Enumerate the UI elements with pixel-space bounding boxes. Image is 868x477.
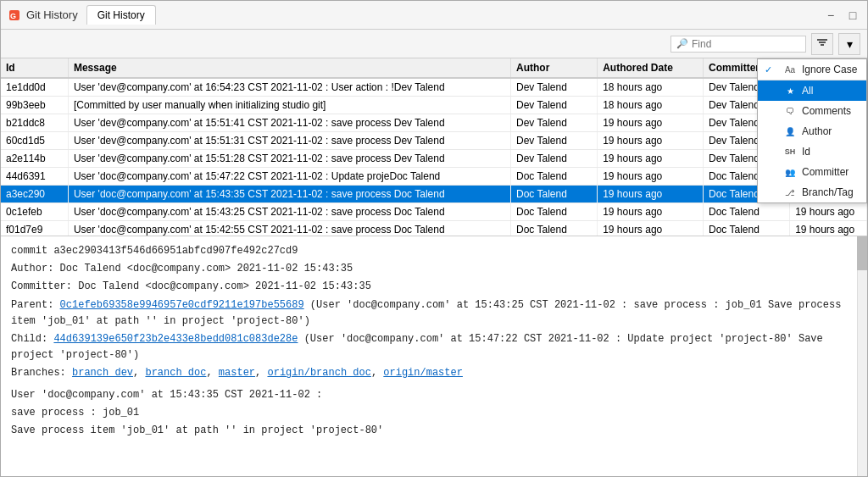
parent-line: Parent: 0c1efeb69358e9946957e0cdf9211e19… (11, 297, 857, 330)
cell-id: 99b3eeb (1, 97, 68, 114)
child-link[interactable]: 44d639139e650f23b2e433e8bedd081c083de28e (53, 333, 298, 345)
child-line: Child: 44d639139e650f23b2e433e8bedd081c0… (11, 331, 857, 363)
branch-link[interactable]: branch doc (145, 367, 206, 379)
cell-message: User 'doc@company.com' at 15:43:25 CST 2… (68, 203, 510, 221)
col-header-author: Author (511, 58, 598, 78)
ignore-case-label: Ignore Case (802, 64, 857, 75)
cell-author: Doc Talend (511, 221, 598, 236)
branch-link[interactable]: branch dev (72, 367, 133, 379)
titlebar-left: G Git History Git History (8, 5, 156, 25)
git-icon: G (8, 8, 21, 22)
main-window: G Git History Git History − □ 🔎 ▾ (0, 0, 868, 477)
detail-scrollbar[interactable] (857, 236, 867, 476)
titlebar-controls: − □ (823, 8, 860, 23)
cell-author: Doc Talend (511, 168, 598, 186)
cell-message: User 'dev@company.com' at 15:51:31 CST 2… (68, 132, 510, 150)
cell-id: 60cd1d5 (1, 132, 68, 150)
parent-link[interactable]: 0c1efeb69358e9946957e0cdf9211e197be55689 (60, 299, 304, 311)
cell-message: User 'doc@company.com' at 15:47:22 CST 2… (68, 168, 510, 186)
branches-links: branch dev, branch doc, master, origin/b… (72, 367, 463, 379)
all-icon: ★ (783, 84, 797, 97)
cell-committer: Doc Talend (704, 203, 790, 221)
branch-link[interactable]: origin/master (383, 367, 463, 379)
commits-table-wrapper[interactable]: Id Message Author Authored Date Committe… (1, 58, 867, 236)
cell-id: a2e114b (1, 150, 68, 168)
toolbar: 🔎 ▾ ✓ Aa Ignore Case ★ All (1, 30, 867, 58)
ignore-case-icon: Aa (783, 63, 797, 76)
col-header-id: Id (1, 58, 68, 78)
committer-line: Committer: Doc Talend <doc@company.com> … (11, 279, 857, 295)
author-line: Author: Doc Talend <doc@company.com> 202… (11, 261, 857, 277)
id-icon: SH (783, 145, 797, 158)
cell-message: User 'dev@company.com' at 16:54:23 CST 2… (68, 78, 510, 97)
comments-icon: 🗨 (783, 104, 797, 118)
commits-table: Id Message Author Authored Date Committe… (1, 58, 867, 236)
table-row[interactable]: f01d7e9User 'doc@company.com' at 15:42:5… (1, 221, 867, 236)
cell-authored-date: 19 hours ago (598, 186, 704, 203)
cell-authored-date: 19 hours ago (598, 168, 704, 186)
branch-link[interactable]: master (219, 367, 255, 379)
commits-table-section: Id Message Author Authored Date Committe… (1, 58, 867, 236)
cell-authored-date: 19 hours ago (598, 114, 704, 132)
cell-authored-date: 18 hours ago (598, 78, 704, 97)
author-label: Author (802, 125, 832, 137)
cell-author: Dev Talend (511, 78, 598, 97)
author-icon: 👤 (783, 125, 797, 138)
maximize-button[interactable]: □ (845, 8, 860, 23)
table-row[interactable]: b21ddc8User 'dev@company.com' at 15:51:4… (1, 114, 867, 132)
search-input[interactable] (692, 38, 793, 50)
table-row[interactable]: 60cd1d5User 'dev@company.com' at 15:51:3… (1, 132, 867, 150)
svg-rect-4 (821, 44, 824, 46)
search-icon: 🔎 (676, 38, 688, 49)
cell-author: Doc Talend (511, 203, 598, 221)
window-tab[interactable]: Git History (86, 5, 156, 25)
cell-authored-date: 19 hours ago (598, 221, 704, 236)
dropdown-item-author[interactable]: 👤 Author (758, 121, 866, 141)
cell-authored-date: 19 hours ago (598, 203, 704, 221)
svg-text:G: G (10, 12, 16, 20)
svg-rect-3 (819, 42, 826, 43)
table-row[interactable]: 0c1efebUser 'doc@company.com' at 15:43:2… (1, 203, 867, 221)
body-line-1: User 'doc@company.com' at 15:43:35 CST 2… (11, 387, 857, 403)
table-row[interactable]: 44d6391User 'doc@company.com' at 15:47:2… (1, 168, 867, 186)
cell-authored-date: 19 hours ago (598, 132, 704, 150)
child-label: Child: (11, 333, 53, 345)
cell-id: f01d7e9 (1, 221, 68, 236)
dropdown-item-id[interactable]: SH Id (758, 141, 866, 162)
cell-message: [Committed by user manually when initial… (68, 97, 510, 114)
committer-label: Committer (802, 166, 849, 178)
table-row[interactable]: a2e114bUser 'dev@company.com' at 15:51:2… (1, 150, 867, 168)
table-row[interactable]: 1e1dd0dUser 'dev@company.com' at 16:54:2… (1, 78, 867, 97)
commit-hash-line: commit a3ec2903413f546d66951abfcd907fe49… (11, 243, 857, 259)
dropdown-item-committer[interactable]: 👥 Committer (758, 162, 866, 182)
commits-tbody: 1e1dd0dUser 'dev@company.com' at 16:54:2… (1, 78, 867, 236)
cell-authored-date: 19 hours ago (598, 150, 704, 168)
branches-line: Branches: branch dev, branch doc, master… (11, 365, 857, 381)
filter-options-button[interactable] (811, 33, 833, 55)
cell-message: User 'dev@company.com' at 15:51:41 CST 2… (68, 114, 510, 132)
cell-id: b21ddc8 (1, 114, 68, 132)
cell-author: Dev Talend (511, 150, 598, 168)
check-icon: ✓ (765, 64, 778, 75)
dropdown-item-all[interactable]: ★ All (758, 80, 866, 101)
cell-id: 1e1dd0d (1, 78, 68, 97)
detail-scroll[interactable]: commit a3ec2903413f546d66951abfcd907fe49… (1, 236, 867, 476)
table-row[interactable]: a3ec290User 'doc@company.com' at 15:43:3… (1, 186, 867, 203)
cell-author: Dev Talend (511, 114, 598, 132)
cell-authored-date: 18 hours ago (598, 97, 704, 114)
dropdown-item-comments[interactable]: 🗨 Comments (758, 101, 866, 121)
col-header-message: Message (68, 58, 510, 78)
cell-message: User 'doc@company.com' at 15:43:35 CST 2… (68, 186, 510, 203)
search-box[interactable]: 🔎 (670, 36, 806, 53)
cell-committer: Doc Talend (704, 221, 790, 236)
table-row[interactable]: 99b3eeb[Committed by user manually when … (1, 97, 867, 114)
dropdown-item-branch-tag[interactable]: ⎇ Branch/Tag (758, 182, 866, 202)
dropdown-item-ignore-case[interactable]: ✓ Aa Ignore Case (758, 59, 866, 80)
window-title: Git History (26, 8, 78, 21)
branch-link[interactable]: origin/branch doc (267, 367, 370, 379)
cell-co: 19 hours ago (790, 203, 867, 221)
table-header-row: Id Message Author Authored Date Committe… (1, 58, 867, 78)
minimize-button[interactable]: − (823, 8, 838, 23)
detail-scrollbar-thumb[interactable] (857, 236, 867, 270)
dropdown-arrow-button[interactable]: ▾ (838, 33, 860, 55)
